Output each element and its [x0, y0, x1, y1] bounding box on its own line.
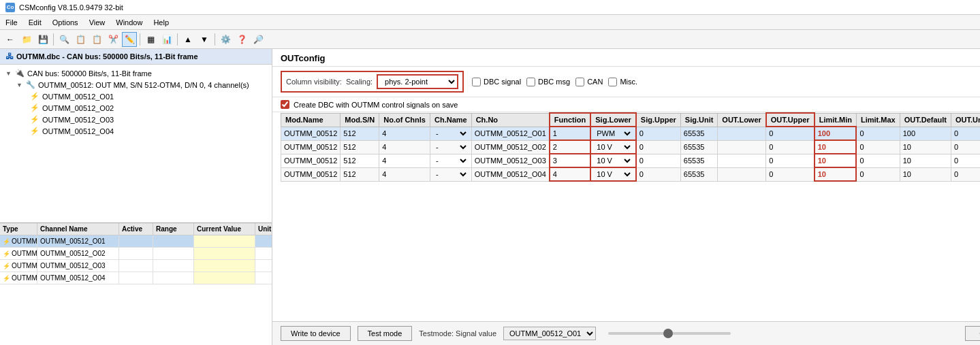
td-sig-lower-1: 0 — [636, 127, 680, 140]
app-icon: Co — [5, 3, 15, 12]
td-function-4[interactable]: 10 V — [590, 167, 636, 181]
tree-channel-4[interactable]: ⚡ OUTMM_00512_O04 — [3, 125, 269, 137]
td-function-3[interactable]: 10 V — [590, 154, 636, 167]
check-can-label: CAN — [587, 78, 603, 86]
slider-thumb[interactable] — [663, 329, 673, 338]
check-dbc-signal[interactable]: DBC signal — [472, 78, 521, 86]
row1-type-icon: ⚡ — [3, 238, 10, 245]
tb-sep3 — [177, 33, 178, 46]
menu-bar: File Edit Options View Window Help — [0, 15, 980, 30]
scaling-select[interactable]: phys. 2-point phys. 1-point none — [377, 74, 458, 89]
br4-range — [153, 272, 194, 284]
tb-open-btn[interactable]: 📁 — [19, 32, 34, 47]
function-select-2[interactable]: 10 V — [594, 142, 633, 152]
config-table: Mod.Name Mod.S/N No.of Chnls Ch.Name Ch.… — [281, 112, 980, 182]
td-ch-no-dropdown-4[interactable]: - — [430, 167, 471, 181]
td-ch-no-dropdown-2[interactable]: - — [430, 140, 471, 154]
tb-back-btn[interactable]: ← — [3, 32, 18, 47]
br3-active — [119, 260, 153, 272]
tb-up-btn[interactable]: ▲ — [180, 32, 195, 47]
bottom-row-2[interactable]: ⚡ OUTMM OUTMM_00512_O02 — [0, 248, 272, 260]
menu-help[interactable]: Help — [148, 17, 174, 28]
tb-cut-btn[interactable]: ✂️ — [106, 32, 121, 47]
function-select-3[interactable]: 10 V — [594, 156, 633, 165]
tb-edit-btn[interactable]: ✏️ — [122, 32, 137, 47]
tree-channel-1[interactable]: ⚡ OUTMM_00512_O01 — [3, 91, 269, 102]
th-function: Function — [550, 113, 590, 127]
scaling-label: Scaling: — [346, 78, 373, 86]
tree-area: ▼ 🔌 CAN bus: 500000 Bits/s, 11-Bit frame… — [0, 65, 272, 223]
testmode-label: Testmode: Signal value — [419, 329, 496, 338]
br1-range — [153, 235, 194, 247]
bottom-row-1[interactable]: ⚡ OUTMM OUTMM_00512_O01 — [0, 235, 272, 248]
td-sig-upper-2: 65535 — [680, 140, 718, 154]
test-mode-btn[interactable]: Test mode — [358, 326, 413, 341]
tb-help-btn[interactable]: ❓ — [234, 32, 249, 47]
tb-copy-btn[interactable]: 📋 — [73, 32, 88, 47]
can-bus-label: CAN bus: 500000 Bits/s, 11-Bit frame — [27, 69, 152, 78]
create-dbc-label[interactable]: Create DBC with OUTMM control signals on… — [281, 100, 980, 109]
check-misc[interactable]: Misc. — [608, 78, 637, 86]
tb-down-btn[interactable]: ▼ — [197, 32, 212, 47]
check-dbc-msg[interactable]: DBC msg — [526, 78, 570, 86]
main-layout: 🖧 OUTMM.dbc - CAN bus: 500000 Bits/s, 11… — [0, 49, 980, 345]
td-ch-name-1: OUTMM_00512_O01 — [471, 127, 550, 140]
check-misc-input[interactable] — [608, 78, 617, 86]
menu-window[interactable]: Window — [110, 17, 148, 28]
tb-paste-btn[interactable]: 📋 — [89, 32, 104, 47]
table-row-2[interactable]: OUTMM_00512 512 4 - OUTMM_00512_O02 2 10… — [281, 140, 981, 154]
write-to-device-btn[interactable]: Write to device — [281, 326, 351, 341]
tb-save-btn[interactable]: 💾 — [35, 32, 50, 47]
menu-view[interactable]: View — [84, 17, 111, 28]
td-sig-unit-1 — [718, 127, 766, 140]
tree-channel-2[interactable]: ⚡ OUTMM_00512_O02 — [3, 102, 269, 114]
tb-chart-btn[interactable]: 📊 — [159, 32, 174, 47]
tree-can-bus[interactable]: ▼ 🔌 CAN bus: 500000 Bits/s, 11-Bit frame — [3, 67, 269, 79]
td-mod-sn-3: 512 — [341, 154, 379, 167]
can-bus-icon: 🔌 — [15, 69, 25, 78]
ch-dropdown-3[interactable]: - — [433, 156, 469, 165]
bth-range: Range — [153, 223, 194, 235]
td-sig-unit-3 — [718, 154, 766, 167]
menu-options[interactable]: Options — [47, 17, 84, 28]
td-mod-name-1: OUTMM_00512 — [281, 127, 341, 140]
td-function-2[interactable]: 10 V — [590, 140, 636, 154]
th-ch-name: Ch.Name — [430, 113, 471, 127]
br4-current — [194, 272, 255, 284]
menu-edit[interactable]: Edit — [23, 17, 47, 28]
menu-file[interactable]: File — [0, 17, 23, 28]
td-function-1[interactable]: PWM — [590, 127, 636, 140]
check-dbc-signal-input[interactable] — [472, 78, 481, 86]
table-row-1[interactable]: OUTMM_00512 512 4 - OUTMM_00512_O01 1 PW… — [281, 127, 981, 140]
table-row-4[interactable]: OUTMM_00512 512 4 - OUTMM_00512_O04 4 10… — [281, 167, 981, 181]
function-select-1[interactable]: PWM — [594, 129, 633, 138]
function-select-4[interactable]: 10 V — [594, 169, 633, 179]
br2-unit — [255, 248, 272, 259]
td-mod-sn-1: 512 — [341, 127, 379, 140]
ch-dropdown-4[interactable]: - — [433, 169, 469, 179]
ch-dropdown-2[interactable]: - — [433, 142, 469, 152]
td-ch-no-dropdown-1[interactable]: - — [430, 127, 471, 140]
check-can-input[interactable] — [575, 78, 584, 86]
ok-btn[interactable]: OK — [965, 326, 980, 341]
tb-search-btn[interactable]: 🔍 — [57, 32, 72, 47]
check-dbc-msg-input[interactable] — [526, 78, 535, 86]
td-ch-no-dropdown-3[interactable]: - — [430, 154, 471, 167]
ch-dropdown-1[interactable]: - — [433, 129, 469, 138]
bottom-row-4[interactable]: ⚡ OUTMM OUTMM_00512_O04 — [0, 272, 272, 284]
tb-grid-btn[interactable]: ▦ — [143, 32, 158, 47]
tree-device[interactable]: ▼ 🔧 OUTMM_00512: OUT MM, S/N 512-OTM4, D… — [3, 79, 269, 91]
bottom-row-3[interactable]: ⚡ OUTMM OUTMM_00512_O03 — [0, 260, 272, 272]
table-row-3[interactable]: OUTMM_00512 512 4 - OUTMM_00512_O03 3 10… — [281, 154, 981, 167]
title-bar: Co CSMconfig V8.15.0.9479 32-bit — [0, 0, 980, 15]
col-vis-label: Column visibility: — [286, 78, 342, 86]
tree-channel-3[interactable]: ⚡ OUTMM_00512_O03 — [3, 114, 269, 125]
check-can[interactable]: CAN — [575, 78, 603, 86]
td-limit-max-3: 10 — [900, 154, 951, 167]
signal-value-select[interactable]: OUTMM_00512_O01 OUTMM_00512_O02 OUTMM_00… — [503, 327, 596, 340]
td-mod-name-4: OUTMM_00512 — [281, 167, 341, 181]
create-dbc-input[interactable] — [281, 100, 289, 109]
channel-label-1: OUTMM_00512_O01 — [42, 93, 114, 101]
tb-zoom-btn[interactable]: 🔎 — [251, 32, 266, 47]
tb-config-btn[interactable]: ⚙️ — [218, 32, 233, 47]
